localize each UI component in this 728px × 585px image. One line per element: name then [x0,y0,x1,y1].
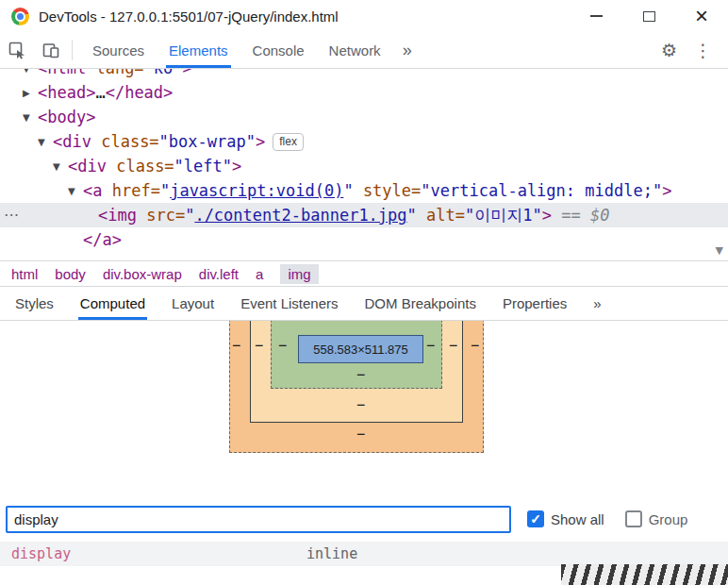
attr-name: src= [137,206,185,225]
crumb-a[interactable]: a [256,266,263,282]
border-right-dash[interactable]: − [449,340,457,352]
chevron-overflow-icon: » [403,41,412,60]
inspect-cursor-icon [8,41,26,59]
crumb-html[interactable]: html [11,266,38,282]
padding-right-dash[interactable]: − [426,340,435,352]
border-left-dash[interactable]: − [255,340,263,352]
margin-right-dash[interactable]: − [471,340,479,352]
more-sidebar-tabs-button[interactable]: » [580,287,614,320]
border-bottom-dash[interactable]: − [356,399,365,411]
chevron-overflow-icon: » [593,295,601,311]
ellipsis-text[interactable]: … [95,83,105,102]
more-actions-icon[interactable]: ⋯ [4,203,19,227]
tab-network[interactable]: Network [317,32,393,68]
inspect-element-button[interactable] [0,32,34,68]
collapse-arrow-icon[interactable]: ▼ [68,179,83,204]
tab-event-listeners[interactable]: Event Listeners [227,287,351,320]
padding-bottom-dash[interactable]: − [356,369,365,381]
tab-console[interactable]: Console [240,32,317,68]
filter-input[interactable] [6,506,511,533]
computed-property-row[interactable]: display inline [0,542,728,566]
device-toolbar-button[interactable] [34,32,68,68]
src-link[interactable]: ./content2-banner1.jpg [194,206,406,225]
tag-open: <a [83,181,102,200]
maximize-icon [643,11,655,22]
tab-dom-breakpoints[interactable]: DOM Breakpoints [352,287,489,320]
equals-text: == [552,206,590,225]
attr-value: "left" [174,157,232,176]
minimize-button[interactable] [570,0,622,32]
dom-node-anchor-close[interactable]: </a> [0,227,728,252]
expand-arrow-icon[interactable]: ▶ [23,81,38,106]
crumb-div-box-wrap[interactable]: div.box-wrap [103,266,182,282]
href-link[interactable]: javascript:void(0) [170,181,343,200]
dom-node-head[interactable]: ▶<head>…</head> [0,80,728,105]
dom-node-html[interactable]: ▼<html lang="ko"> [0,69,728,80]
tab-sources[interactable]: Sources [80,32,157,68]
tab-elements[interactable]: Elements [157,32,240,68]
minimize-icon [590,15,603,17]
close-icon: × [695,5,708,27]
show-all-label[interactable]: Show all [551,511,604,527]
tab-computed[interactable]: Computed [67,287,158,320]
settings-button[interactable]: ⚙ [653,42,686,59]
quote: " [185,206,194,225]
dom-node-body[interactable]: ▼<body> [0,105,728,129]
show-all-checkbox[interactable]: ✓ [527,510,544,527]
attr-name: class= [107,157,174,176]
tag-open: <img [98,206,137,225]
breadcrumb: html body div.box-wrap div.left a img [0,261,728,287]
crumb-body[interactable]: body [55,266,86,282]
property-name: display [0,545,306,562]
group-checkbox[interactable] [625,510,642,527]
computed-panel: 558.583×511.875 − − − − − − − − − [0,321,728,500]
tab-styles[interactable]: Styles [2,287,67,320]
window-titlebar: DevTools - 127.0.0.1:5501/07-jQuery/inde… [0,0,728,32]
flex-badge[interactable]: flex [273,133,304,151]
clipped-line-wrap: ▼<html lang="ko"> [0,69,728,80]
close-button[interactable]: × [675,0,728,32]
attr-name: alt= [417,206,465,225]
dom-node-img-selected[interactable]: ⋯<img src="./content2-banner1.jpg" alt="… [0,203,728,227]
padding-left-dash[interactable]: − [278,340,287,352]
maximize-button[interactable] [622,0,675,32]
styles-sidebar-tabs: Styles Computed Layout Event Listeners D… [0,287,728,321]
tag-open: <body> [38,108,95,126]
attr-name: lang= [86,69,143,77]
main-menu-button[interactable]: ⋮ [686,42,720,59]
collapse-arrow-icon[interactable]: ▼ [23,69,38,80]
quote: " [343,181,353,200]
tab-layout[interactable]: Layout [158,287,227,320]
dom-node-div-box-wrap[interactable]: ▼<div class="box-wrap">flex [0,129,728,154]
scroll-down-arrow-icon[interactable]: ▼ [716,244,723,257]
tab-properties[interactable]: Properties [489,287,580,320]
tag-close: > [542,206,552,225]
tag-close: > [256,132,265,151]
device-toolbar-icon [41,41,60,59]
margin-bottom-dash[interactable]: − [356,428,365,441]
group-label[interactable]: Group [649,511,688,527]
elements-tree: ▼<html lang="ko"> ▶<head>…</head> ▼<body… [0,69,728,261]
property-value: inline [306,545,357,562]
devtools-toolbar: Sources Elements Console Network » ⚙ ⋮ [0,32,728,69]
dom-node-anchor[interactable]: ▼<a href="javascript:void(0)" style="ver… [0,178,728,203]
page-behind-stripes [561,564,728,585]
crumb-div-left[interactable]: div.left [199,266,239,282]
three-dot-menu-icon: ⋮ [694,41,712,60]
attr-value: "vertical-align: middle;" [421,181,662,200]
collapse-arrow-icon[interactable]: ▼ [38,130,53,155]
margin-left-dash[interactable]: − [232,340,240,352]
attr-value: "이미지1" [465,206,542,225]
attr-value: "box-wrap" [159,132,256,151]
content-size-label: 558.583×511.875 [313,343,408,357]
more-tabs-button[interactable]: » [393,32,422,68]
dollar-zero-text: $0 [590,206,609,225]
collapse-arrow-icon[interactable]: ▼ [23,106,38,130]
quote: " [407,206,417,225]
dom-node-div-left[interactable]: ▼<div class="left"> [0,154,728,178]
quote: " [160,181,170,200]
tag-open: <head> [38,83,95,102]
crumb-img-selected[interactable]: img [280,264,318,284]
collapse-arrow-icon[interactable]: ▼ [53,155,68,179]
box-model-content[interactable]: 558.583×511.875 [298,335,423,363]
